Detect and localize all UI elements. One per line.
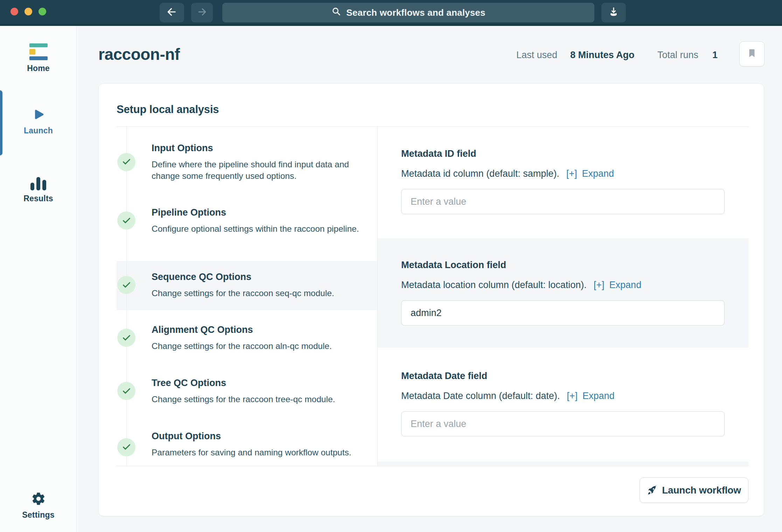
- forward-button[interactable]: [191, 3, 213, 22]
- step-sequence-qc-options[interactable]: Sequence QC Options Change settings for …: [117, 271, 378, 299]
- setup-card: Setup local analysis Input Options Defin…: [98, 83, 764, 516]
- arrow-left-icon: [166, 6, 177, 19]
- step-output-options[interactable]: Output Options Parameters for saving and…: [117, 430, 378, 464]
- search-icon: [331, 6, 342, 19]
- field-heading: Metadata Date field: [401, 370, 725, 382]
- search-input[interactable]: Search workflows and analyses: [222, 3, 594, 22]
- window-minimize-button[interactable]: [25, 8, 32, 15]
- expand-plus-link[interactable]: [+]: [567, 391, 578, 401]
- field-heading: Metadata ID field: [401, 148, 725, 160]
- window-close-button[interactable]: [11, 8, 18, 15]
- step-description: Configure optional settings within the r…: [152, 223, 359, 234]
- sidebar-item-label: Results: [23, 194, 53, 203]
- sidebar-item-results[interactable]: Results: [0, 174, 77, 203]
- step-description: Define where the pipeline should find in…: [152, 159, 362, 182]
- check-circle-icon: [117, 382, 135, 400]
- expand-link[interactable]: Expand: [609, 280, 642, 290]
- sidebar-item-launch[interactable]: Launch: [0, 106, 77, 135]
- step-alignment-qc-options[interactable]: Alignment QC Options Change settings for…: [117, 324, 378, 352]
- app-window: Search workflows and analyses Home Launc…: [0, 0, 782, 532]
- field-metadata-location: Metadata Location field Metadata locatio…: [401, 259, 725, 326]
- metadata-date-input[interactable]: [401, 411, 725, 436]
- step-title: Output Options: [152, 430, 351, 442]
- total-runs-value: 1: [712, 50, 718, 61]
- app-logo-icon: [29, 43, 48, 60]
- back-button[interactable]: [160, 3, 184, 22]
- launch-workflow-button[interactable]: Launch workflow: [640, 477, 748, 503]
- expand-link[interactable]: Expand: [582, 391, 615, 401]
- field-description: Metadata Date column (default: date).[+]…: [401, 390, 725, 402]
- step-tree-qc-options[interactable]: Tree QC Options Change settings for the …: [117, 377, 378, 405]
- bar-chart-icon: [30, 174, 46, 190]
- sidebar-item-home[interactable]: Home: [0, 43, 77, 73]
- metadata-id-input[interactable]: [401, 189, 725, 214]
- step-title: Alignment QC Options: [152, 324, 332, 336]
- step-description: Change settings for the raccoon tree-qc …: [152, 393, 335, 405]
- step-pipeline-options[interactable]: Pipeline Options Configure optional sett…: [117, 206, 378, 234]
- field-heading: Metadata Location field: [401, 259, 725, 271]
- last-used-label: Last used: [516, 50, 557, 61]
- search-placeholder: Search workflows and analyses: [346, 7, 485, 18]
- titlebar: Search workflows and analyses: [0, 0, 782, 26]
- sidebar-item-label: Home: [27, 64, 50, 73]
- field-metadata-date: Metadata Date field Metadata Date column…: [401, 370, 725, 436]
- bookmark-button[interactable]: [739, 41, 764, 66]
- sidebar-item-settings[interactable]: Settings: [0, 491, 77, 520]
- step-description: Change settings for the raccoon seq-qc m…: [152, 287, 334, 299]
- check-circle-icon: [117, 153, 135, 171]
- check-circle-icon: [117, 211, 135, 230]
- bookmark-icon: [747, 48, 757, 60]
- divider: [117, 126, 749, 127]
- expand-plus-link[interactable]: [+]: [566, 168, 577, 179]
- sidebar: Home Launch Results Settings: [0, 26, 77, 532]
- sidebar-item-label: Launch: [24, 126, 53, 135]
- check-circle-icon: [117, 438, 135, 456]
- last-used-value: 8 Minutes Ago: [570, 50, 635, 61]
- next-section-peek: [378, 461, 749, 466]
- arrow-right-icon: [197, 7, 207, 19]
- step-description: Change settings for the raccoon aln-qc m…: [152, 340, 332, 352]
- download-icon: [608, 6, 619, 19]
- rocket-icon: [647, 485, 657, 496]
- gear-icon: [31, 491, 46, 507]
- step-input-options[interactable]: Input Options Define where the pipeline …: [117, 142, 378, 182]
- step-title: Pipeline Options: [152, 206, 359, 218]
- check-circle-icon: [117, 329, 135, 347]
- expand-plus-link[interactable]: [+]: [594, 280, 605, 290]
- metadata-location-input[interactable]: [401, 300, 725, 326]
- card-title: Setup local analysis: [117, 103, 219, 116]
- expand-link[interactable]: Expand: [582, 168, 614, 179]
- step-title: Sequence QC Options: [152, 271, 334, 283]
- field-metadata-id: Metadata ID field Metadata id column (de…: [401, 148, 725, 214]
- download-button[interactable]: [601, 3, 626, 22]
- footer-divider: [117, 466, 749, 466]
- page-title: raccoon-nf: [98, 45, 180, 64]
- sidebar-item-label: Settings: [22, 510, 54, 520]
- field-description: Metadata location column (default: locat…: [401, 279, 725, 291]
- total-runs-label: Total runs: [657, 50, 698, 61]
- window-zoom-button[interactable]: [39, 8, 46, 15]
- launch-workflow-label: Launch workflow: [662, 485, 741, 496]
- check-circle-icon: [117, 276, 135, 294]
- step-title: Input Options: [152, 142, 362, 154]
- step-title: Tree QC Options: [152, 377, 335, 389]
- play-icon: [31, 106, 46, 122]
- field-description: Metadata id column (default: sample).[+]…: [401, 168, 725, 180]
- step-description: Parameters for saving and naming workflo…: [152, 447, 351, 464]
